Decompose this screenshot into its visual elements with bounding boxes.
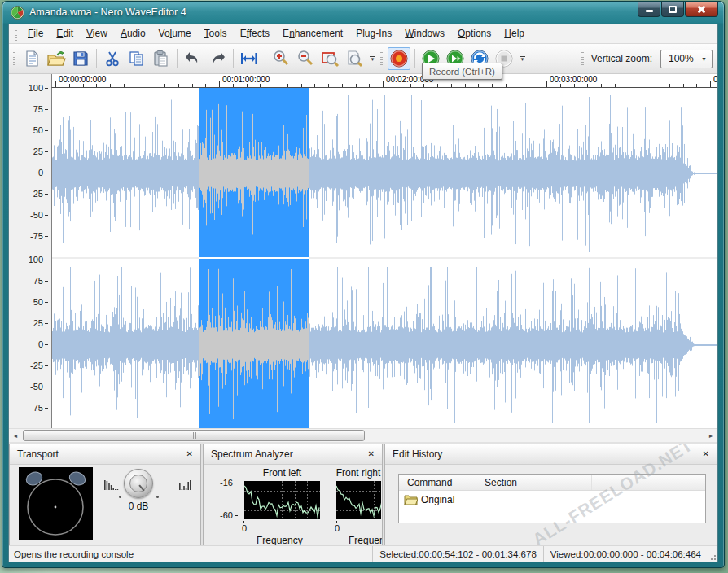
ruler-tick [55, 81, 56, 87]
zoom-selection-button[interactable] [318, 47, 341, 70]
history-column-command[interactable]: Command [399, 475, 476, 490]
maximize-icon [669, 6, 677, 13]
cut-button[interactable] [101, 47, 124, 70]
close-button[interactable] [685, 2, 718, 17]
volume-knob-pointer [138, 484, 144, 491]
menu-volume[interactable]: Volume [152, 25, 198, 42]
spectrum-xlabel-left: Frequency [257, 535, 303, 545]
toolbar-gripper-2[interactable] [380, 52, 383, 65]
menu-bar: FileEditViewAudioVolumeToolsEffectsEnhan… [9, 24, 717, 44]
ruler-tick [423, 84, 424, 87]
scale-label: -50 [30, 382, 48, 391]
copy-icon [128, 50, 146, 68]
history-panel-titlebar[interactable]: Edit History ✕ [385, 444, 717, 465]
history-row-label: Original [421, 494, 454, 505]
copy-button[interactable] [125, 47, 148, 70]
volume-knob[interactable] [124, 469, 153, 498]
toolbar-overflow-button[interactable]: ▼ [366, 47, 379, 70]
undo-button[interactable] [182, 47, 204, 70]
ruler-tick [110, 84, 111, 87]
menu-help[interactable]: Help [498, 25, 531, 42]
history-column-extra[interactable] [592, 475, 705, 490]
toolbar-gripper-1[interactable] [13, 52, 15, 65]
close-icon [697, 5, 706, 14]
ruler-tick [287, 84, 288, 87]
zoom-in-button[interactable] [270, 47, 292, 70]
menu-tools[interactable]: Tools [198, 25, 234, 42]
fit-width-button[interactable] [238, 47, 261, 70]
edit-history-panel: Edit History ✕ Command Section Original [384, 444, 717, 545]
ruler-tick [342, 84, 343, 87]
scroll-right-button[interactable]: ► [704, 429, 717, 442]
menu-audio[interactable]: Audio [114, 25, 152, 42]
ruler-tick [465, 84, 466, 87]
transport-close-button[interactable]: ✕ [186, 450, 193, 458]
ruler-tick [669, 84, 670, 87]
menu-view[interactable]: View [80, 25, 114, 42]
history-row-original[interactable]: Original [399, 491, 705, 508]
ruler-tick [205, 84, 206, 87]
ruler-tick [164, 84, 165, 87]
status-selected-range: Selected:00:00:54:102 - 00:01:34:678 [372, 546, 542, 562]
scale-label: 75 [33, 276, 48, 286]
title-bar[interactable]: Amanda.wma - Nero WaveEditor 4 [2, 2, 724, 24]
scroll-left-button[interactable]: ◄ [9, 429, 22, 442]
ruler-tick [247, 84, 248, 87]
transport-panel-titlebar[interactable]: Transport ✕ [10, 444, 200, 465]
ruler-tick [383, 81, 384, 87]
menu-enhancement[interactable]: Enhancement [276, 25, 349, 42]
scale-label: -25 [30, 361, 48, 370]
ruler-tick [314, 84, 315, 87]
jog-wheel[interactable] [19, 467, 93, 540]
menu-edit[interactable]: Edit [50, 25, 80, 42]
scrollbar-thumb[interactable] [23, 430, 365, 441]
transport-panel: Transport ✕ [9, 444, 201, 545]
desktop: { "window": { "title": "Amanda.wma - Ner… [0, 0, 728, 573]
toolbar-gripper-3[interactable] [581, 52, 584, 65]
record-icon [389, 49, 409, 68]
menu-options[interactable]: Options [451, 25, 498, 42]
zoom-out-button[interactable] [294, 47, 317, 70]
ruler-tick [696, 84, 697, 87]
menu-windows[interactable]: Windows [398, 25, 451, 42]
spectrum-canvas-right [336, 481, 381, 519]
dock-panels: Transport ✕ [9, 442, 717, 545]
timeline-ruler[interactable]: 00:00:00:00000:01:00:00000:02:00:00000:0… [51, 74, 717, 88]
window-controls [637, 2, 718, 17]
maximize-button[interactable] [661, 2, 684, 17]
horizontal-scrollbar[interactable]: ◄ ► [9, 428, 717, 442]
menu-effects[interactable]: Effects [234, 25, 276, 42]
client-area: FileEditViewAudioVolumeToolsEffectsEnhan… [8, 24, 718, 562]
scale-label: -75 [30, 403, 48, 413]
zoom-document-button[interactable] [343, 47, 366, 70]
waveform-view[interactable] [51, 88, 717, 428]
save-button[interactable] [69, 47, 92, 70]
spectrum-panel-titlebar[interactable]: Spectrum Analyzer ✕ [204, 444, 382, 465]
history-column-section[interactable]: Section [476, 475, 592, 490]
ruler-tick [574, 84, 575, 87]
overflow-arrow-icon: ▼ [520, 58, 525, 62]
waveform-region: 00:00:00:00000:01:00:00000:02:00:00000:0… [9, 74, 717, 428]
meter-left-icon [104, 479, 119, 493]
paste-button[interactable] [150, 47, 173, 70]
transport-overflow-button[interactable]: ▼ [516, 47, 528, 70]
history-table: Command Section Original [398, 474, 706, 523]
resize-grip[interactable] [708, 546, 717, 562]
status-message: Opens the recording console [9, 549, 372, 559]
scale-label: 100 [29, 255, 48, 265]
spectrum-close-button[interactable]: ✕ [368, 450, 375, 458]
vertical-zoom-select[interactable]: 100% ▼ [660, 50, 713, 68]
record-button[interactable] [388, 47, 410, 70]
new-file-button[interactable] [20, 47, 43, 70]
open-file-button[interactable] [45, 47, 68, 70]
ruler-label: 00:01:00:000 [222, 75, 270, 84]
minimize-button[interactable] [638, 2, 660, 17]
history-close-button[interactable]: ✕ [703, 450, 709, 458]
menu-file[interactable]: File [21, 25, 50, 42]
menu-plugins[interactable]: Plug-Ins [349, 25, 398, 42]
waveform-canvas[interactable] [52, 88, 717, 428]
ruler-tick [124, 84, 125, 87]
menu-gripper[interactable] [15, 28, 17, 41]
ruler-tick [83, 84, 84, 87]
redo-button[interactable] [206, 47, 229, 70]
